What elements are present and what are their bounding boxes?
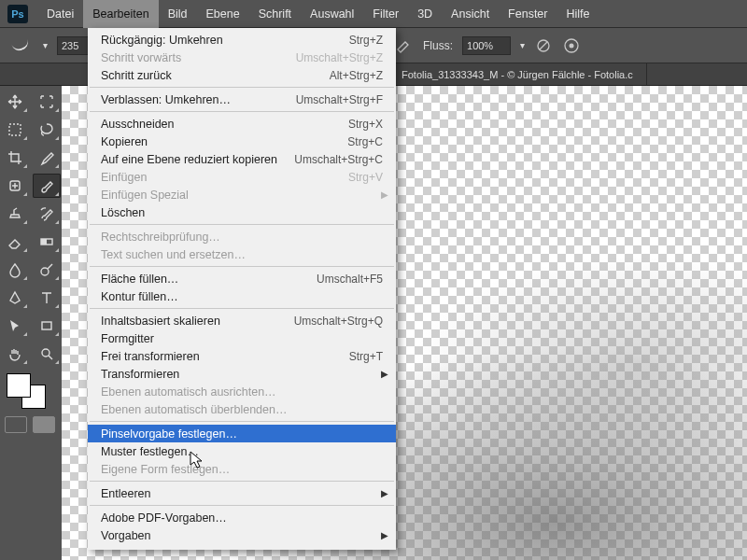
clone-stamp-tool[interactable] bbox=[1, 202, 29, 226]
menu-item[interactable]: Schritt zurückAlt+Strg+Z bbox=[88, 66, 396, 84]
menu-3d[interactable]: 3D bbox=[408, 0, 442, 28]
menu-item-label: Einfügen Spezial bbox=[101, 189, 383, 202]
menu-item[interactable]: Auf eine Ebene reduziert kopierenUmschal… bbox=[88, 150, 396, 168]
edit-menu-dropdown: Rückgängig: UmkehrenStrg+ZSchritt vorwär… bbox=[88, 28, 396, 550]
pen-tool[interactable] bbox=[1, 286, 29, 310]
menu-item-label: Schritt zurück bbox=[101, 69, 320, 82]
type-tool[interactable] bbox=[33, 286, 61, 310]
menu-ebene[interactable]: Ebene bbox=[197, 0, 249, 28]
flow-field[interactable]: 100% bbox=[462, 36, 511, 55]
gradient-tool[interactable] bbox=[33, 230, 61, 254]
eraser-tool[interactable] bbox=[1, 230, 29, 254]
menu-item-shortcut: Strg+V bbox=[339, 171, 383, 184]
menu-item[interactable]: Frei transformierenStrg+T bbox=[88, 347, 396, 365]
tab-label: Fotolia_31333343_M - © Jürgen Fälchle - … bbox=[402, 69, 633, 80]
current-tool-icon[interactable] bbox=[7, 35, 34, 57]
blur-tool[interactable] bbox=[1, 258, 29, 282]
crop-tool[interactable] bbox=[1, 146, 29, 170]
lasso-tool[interactable] bbox=[33, 118, 61, 142]
menu-bild[interactable]: Bild bbox=[159, 0, 197, 28]
artboard-tool[interactable] bbox=[33, 90, 61, 114]
menu-item-label: Ebenen automatisch ausrichten… bbox=[101, 385, 383, 399]
quickmask-toggle[interactable] bbox=[1, 414, 61, 435]
menu-item-shortcut: Umschalt+F5 bbox=[307, 273, 383, 286]
menu-item-label: Einfügen bbox=[101, 171, 339, 184]
menu-auswahl[interactable]: Auswahl bbox=[301, 0, 363, 28]
submenu-arrow-icon: ▶ bbox=[381, 369, 388, 379]
document-tab[interactable]: Fotolia_31333343_M - © Jürgen Fälchle - … bbox=[388, 63, 647, 85]
brush-tool[interactable] bbox=[33, 174, 61, 198]
menu-hilfe[interactable]: Hilfe bbox=[557, 0, 599, 28]
menu-item[interactable]: Pinselvorgabe festlegen… bbox=[88, 425, 396, 442]
hand-tool[interactable] bbox=[1, 342, 29, 366]
menu-schrift[interactable]: Schrift bbox=[249, 0, 301, 28]
airbrush-icon[interactable] bbox=[395, 36, 414, 55]
menu-item[interactable]: Löschen bbox=[88, 203, 396, 221]
menu-item[interactable]: Kontur füllen… bbox=[88, 287, 396, 305]
menu-item[interactable]: KopierenStrg+C bbox=[88, 133, 396, 150]
menu-item[interactable]: Muster festlegen… bbox=[88, 442, 396, 460]
menu-separator bbox=[90, 87, 394, 88]
menu-item: EinfügenStrg+V bbox=[88, 168, 396, 186]
color-swatches[interactable] bbox=[1, 370, 61, 411]
svg-point-9 bbox=[42, 349, 49, 357]
menu-item: Rechtschreibprüfung… bbox=[88, 228, 396, 245]
chevron-down-icon[interactable]: ▾ bbox=[520, 40, 525, 50]
menu-item-shortcut: Strg+T bbox=[340, 350, 383, 363]
menu-item-shortcut: Strg+C bbox=[338, 135, 383, 148]
menu-fenster[interactable]: Fenster bbox=[499, 0, 557, 28]
menu-item[interactable]: Fläche füllen…Umschalt+F5 bbox=[88, 270, 396, 287]
svg-point-2 bbox=[570, 43, 574, 48]
menu-item-label: Eigene Form festlegen… bbox=[101, 463, 383, 476]
svg-rect-8 bbox=[42, 322, 51, 329]
menu-item-shortcut: Umschalt+Strg+Q bbox=[285, 315, 383, 328]
menu-item[interactable]: Vorgaben▶ bbox=[88, 526, 396, 544]
menu-item[interactable]: Transformieren▶ bbox=[88, 365, 396, 383]
menu-item[interactable]: Inhaltsbasiert skalierenUmschalt+Strg+Q bbox=[88, 312, 396, 329]
menu-separator bbox=[90, 308, 394, 309]
menu-item-label: Rückgängig: Umkehren bbox=[101, 34, 340, 47]
tablet-pressure-opacity-icon[interactable] bbox=[534, 36, 553, 55]
app-logo: Ps bbox=[7, 5, 28, 23]
menu-item-label: Adobe PDF-Vorgaben… bbox=[101, 511, 383, 525]
menu-item-label: Verblassen: Umkehren… bbox=[101, 93, 287, 106]
menu-item-label: Inhaltsbasiert skalieren bbox=[101, 315, 285, 328]
menu-item-label: Frei transformieren bbox=[101, 350, 340, 363]
submenu-arrow-icon: ▶ bbox=[381, 530, 388, 540]
menu-item[interactable]: AusschneidenStrg+X bbox=[88, 115, 396, 133]
menu-bearbeiten[interactable]: Bearbeiten bbox=[83, 0, 158, 28]
menu-item-shortcut: Strg+X bbox=[339, 118, 383, 131]
eyedropper-tool[interactable] bbox=[33, 146, 61, 170]
marquee-tool[interactable] bbox=[1, 118, 29, 142]
path-select-tool[interactable] bbox=[1, 314, 29, 338]
zoom-tool[interactable] bbox=[33, 342, 61, 366]
healing-brush-tool[interactable] bbox=[1, 174, 29, 198]
menu-item-shortcut: Umschalt+Strg+Z bbox=[287, 51, 383, 64]
dodge-tool[interactable] bbox=[33, 258, 61, 282]
menu-item[interactable]: Adobe PDF-Vorgaben… bbox=[88, 509, 396, 526]
menu-item-shortcut: Strg+Z bbox=[340, 34, 383, 47]
tool-palette bbox=[0, 86, 62, 439]
menu-item-label: Ebenen automatisch überblenden… bbox=[101, 403, 383, 416]
menu-item: Ebenen automatisch überblenden… bbox=[88, 400, 396, 418]
menu-separator bbox=[90, 505, 394, 506]
menu-item-label: Transformieren bbox=[101, 368, 383, 381]
menu-item[interactable]: Rückgängig: UmkehrenStrg+Z bbox=[88, 31, 396, 49]
menu-item[interactable]: Formgitter bbox=[88, 329, 396, 347]
menu-separator bbox=[90, 111, 394, 112]
menu-item-shortcut: Umschalt+Strg+F bbox=[287, 93, 383, 106]
move-tool[interactable] bbox=[1, 90, 29, 114]
svg-rect-3 bbox=[9, 124, 21, 135]
chevron-down-icon[interactable]: ▾ bbox=[43, 40, 48, 50]
menu-item[interactable]: Entleeren▶ bbox=[88, 484, 396, 502]
tablet-pressure-size-icon[interactable] bbox=[562, 36, 581, 55]
history-brush-tool[interactable] bbox=[33, 202, 61, 226]
menu-ansicht[interactable]: Ansicht bbox=[442, 0, 499, 28]
rectangle-tool[interactable] bbox=[33, 314, 61, 338]
menu-item[interactable]: Verblassen: Umkehren…Umschalt+Strg+F bbox=[88, 91, 396, 108]
menu-bar: Ps DateiBearbeitenBildEbeneSchriftAuswah… bbox=[0, 0, 747, 28]
menu-filter[interactable]: Filter bbox=[363, 0, 408, 28]
menu-datei[interactable]: Datei bbox=[37, 0, 83, 28]
menu-item-label: Entleeren bbox=[101, 487, 383, 500]
menu-item-label: Kopieren bbox=[101, 135, 338, 148]
